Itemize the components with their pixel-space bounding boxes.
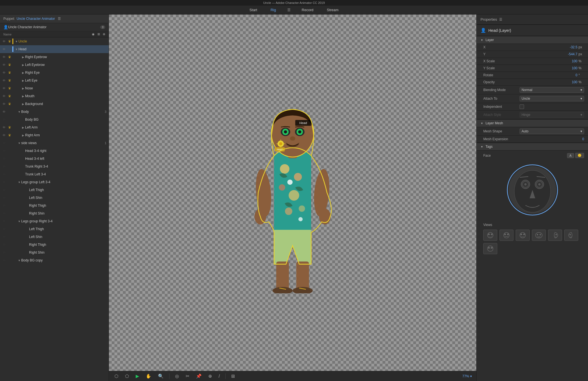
arrow-nose[interactable]: ▶ [21,87,25,90]
arrow-right-arm[interactable]: ▶ [21,134,25,137]
arrow-left-eyebrow[interactable]: ▶ [21,63,25,66]
visibility-right-eye[interactable]: 👁 [1,71,7,74]
view-thumb-4[interactable] [532,230,546,241]
tool-circle[interactable]: ◎ [174,373,180,379]
tags-btn-a[interactable]: A [567,153,574,158]
prop-mesh-expansion-value[interactable]: 0 [520,137,584,141]
tree-row-right-thigh-1[interactable]: 👁 Right Thigh [0,202,109,209]
tree-row-right-shin-1[interactable]: 👁 Right Shin [0,209,109,217]
section-tags-header[interactable]: ▼ Tags [477,143,588,151]
visibility-head34right[interactable]: 👁 [1,149,7,153]
hamburger-icon[interactable]: ☰ [287,8,291,12]
view-thumb-3[interactable] [516,230,530,241]
prop-attach-style-dropdown[interactable]: Hinge ▾ [520,112,584,118]
puppet-menu-icon[interactable]: ☰ [58,17,61,21]
tree-row-left-eyebrow[interactable]: 👁 ♛ ▶ Left Eyebrow [0,61,109,69]
tool-draw[interactable]: / [217,373,221,379]
visibility-right-shin-1[interactable]: 👁 [1,212,7,215]
prop-yscale-value[interactable]: 100 [520,66,577,70]
tree-row-head34left[interactable]: 👁 Head 3-4 left [0,155,109,163]
tree-row-right-arm[interactable]: 👁 ♛ ▶ Right Arm [0,131,109,139]
prop-mesh-shape-dropdown[interactable]: Auto ▾ [520,128,584,134]
tree-row-left-shin-2[interactable]: 👁 Left Shin [0,233,109,241]
tree-row-mouth[interactable]: 👁 ♛ ▶ Mouth [0,92,109,100]
section-layer-mesh-header[interactable]: ▼ Layer Mesh [477,119,588,127]
tree-row-right-eyebrow[interactable]: 👁 ♛ ▶ Right Eyebrow [0,53,109,61]
menu-start[interactable]: Start [247,7,259,13]
puppet-name[interactable]: Uncle Character Animator [16,17,55,21]
section-layer-header[interactable]: ▼ Layer [477,36,588,44]
tree-row-trunk-left34[interactable]: 👁 Trunk Left 3-4 [0,170,109,178]
prop-x-value[interactable]: -32.5 [520,45,577,49]
tree-row-nose[interactable]: 👁 ♛ ▶ Nose [0,84,109,92]
tags-btn-face[interactable]: 🙂 [575,153,584,158]
visibility-trunk-left34[interactable]: 👁 [1,173,7,176]
menu-record[interactable]: Record [300,7,316,13]
prop-rotate-value[interactable]: 0 [520,73,577,77]
tree-row-right-shin-2[interactable]: 👁 Right Shin [0,249,109,256]
arrow-right-eye[interactable]: ▶ [21,71,25,74]
arrow-uncle[interactable]: ▼ [15,40,18,43]
tree-row-right-thigh-2[interactable]: 👁 Right Thigh [0,241,109,249]
tree-row-uncle[interactable]: 👁 ♛ ▼ Uncle [0,37,109,45]
tree-row-legs-right34[interactable]: 👁 ▼ Legs group Right 3-4 [0,217,109,225]
prop-y-value[interactable]: -544.7 [520,52,577,56]
view-thumb-2[interactable] [499,230,513,241]
visibility-head[interactable]: 👁 [1,47,7,51]
visibility-body[interactable]: 👁 [1,110,7,113]
arrow-legs-left34[interactable]: ▼ [17,181,21,184]
tree-row-legs-left34[interactable]: 👁 ▼ Legs group Left 3-4 [0,178,109,186]
arrow-left-eye[interactable]: ▶ [21,79,25,82]
visibility-left-thigh-1[interactable]: 👁 [1,188,7,192]
prop-opacity-value[interactable]: 100 [520,80,577,84]
tool-grid[interactable]: ⊞ [230,373,236,379]
tool-play[interactable]: ▶ [135,373,140,379]
visibility-left-shin-2[interactable]: 👁 [1,235,7,239]
visibility-mouth[interactable]: 👁 [1,94,7,98]
tree-row-head[interactable]: 👁 ▼ Head [0,45,109,53]
visibility-right-thigh-2[interactable]: 👁 [1,243,7,246]
visibility-right-thigh-1[interactable]: 👁 [1,204,7,207]
arrow-body-bg-copy[interactable]: ▼ [17,259,21,262]
visibility-background[interactable]: 👁 [1,102,7,106]
tool-select[interactable]: ⬠ [124,373,130,379]
tree-row-right-eye[interactable]: 👁 ♛ ▶ Right Eye [0,69,109,77]
arrow-legs-right34[interactable]: ▼ [17,220,21,223]
tree-row-body-bg-copy[interactable]: 👁 ▼ Body BG copy [0,256,109,264]
visibility-trunk-right34[interactable]: 👁 [1,165,7,168]
visibility-right-arm[interactable]: 👁 [1,134,7,137]
arrow-body[interactable]: ▼ [17,110,21,113]
tree-row-background[interactable]: 👁 ♛ ▶ Background [0,100,109,108]
tree-row-trunk-right34[interactable]: 👁 Trunk Right 3-4 [0,163,109,170]
prop-independent-checkbox[interactable] [520,104,524,109]
visibility-uncle[interactable]: 👁 [1,40,7,43]
tree-row-left-eye[interactable]: 👁 ♛ ▶ Left Eye [0,77,109,84]
visibility-nose[interactable]: 👁 [1,87,7,90]
visibility-left-eye[interactable]: 👁 [1,79,7,82]
tree-row-body-bg[interactable]: 👁 ▶ Body BG [0,116,109,123]
arrow-head[interactable]: ▼ [15,48,18,51]
visibility-left-arm[interactable]: 👁 [1,126,7,129]
arrow-background[interactable]: ▶ [21,103,25,106]
view-thumb-7[interactable] [483,243,497,254]
tool-target[interactable]: ⊕ [207,373,213,379]
tree-row-head34right[interactable]: 👁 Head 3-4 right [0,147,109,155]
tool-hand[interactable]: ✋ [145,373,152,379]
zoom-display[interactable]: 77% ▾ [462,374,472,378]
menu-stream[interactable]: Stream [325,7,341,13]
view-thumb-1[interactable] [483,230,497,241]
arrow-left-arm[interactable]: ▶ [21,126,25,129]
visibility-body-bg[interactable]: 👁 [1,118,7,121]
zoom-arrow[interactable]: ▾ [470,374,472,378]
visibility-legs-left34[interactable]: 👁 [1,180,7,184]
prop-xscale-value[interactable]: 100 [520,59,577,63]
arrow-right-eyebrow[interactable]: ▶ [21,56,25,59]
tree-row-body[interactable]: 👁 ▼ Body 3 [0,108,109,116]
visibility-left-eyebrow[interactable]: 👁 [1,63,7,66]
visibility-left-shin-1[interactable]: 👁 [1,196,7,199]
arrow-mouth[interactable]: ▶ [21,95,25,98]
canvas-area[interactable]: Head Head [109,15,476,371]
tool-scissors[interactable]: ✂ [185,373,190,379]
tree-row-left-arm[interactable]: 👁 ♛ ▶ Left Arm [0,123,109,131]
prop-blending-dropdown[interactable]: Normal ▾ [520,87,584,93]
